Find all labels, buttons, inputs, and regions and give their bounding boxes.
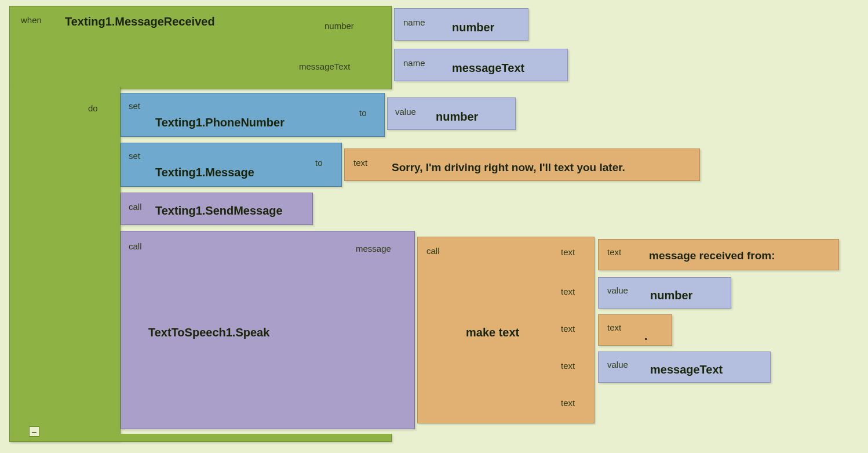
set1-val-kw: value xyxy=(395,107,416,117)
param1-name-val: number xyxy=(452,21,494,34)
set1-val: number xyxy=(436,110,478,124)
maketext-slot3-kw: text xyxy=(561,324,575,334)
maketext-r3-val: . xyxy=(644,329,648,343)
param2-name-kw: name xyxy=(403,58,425,68)
event-block-footer xyxy=(9,434,392,442)
maketext-call-kw: call xyxy=(426,246,440,256)
collapse-button[interactable]: – xyxy=(29,426,39,437)
when-keyword: when xyxy=(21,15,42,25)
event-block-spine xyxy=(9,87,121,441)
maketext-r3-kw: text xyxy=(607,322,621,332)
set-phonenumber-block[interactable] xyxy=(121,93,385,137)
event-param1-keyword: number xyxy=(324,21,354,31)
set1-kw: set xyxy=(129,101,140,111)
set1-to: to xyxy=(359,108,367,118)
call2-kw: call xyxy=(129,241,142,251)
maketext-r4-val: messageText xyxy=(650,363,723,376)
maketext-slot1-kw: text xyxy=(561,247,575,257)
do-keyword: do xyxy=(88,103,98,113)
maketext-r2-val: number xyxy=(650,289,692,302)
maketext-slot2-kw: text xyxy=(561,287,575,296)
call1-kw: call xyxy=(129,202,142,212)
maketext-r1-kw: text xyxy=(607,247,621,257)
call2-arg-kw: message xyxy=(356,244,391,253)
maketext-r4-kw: value xyxy=(607,360,628,369)
call1-method: Texting1.SendMessage xyxy=(155,204,283,218)
set2-txt: Sorry, I'm driving right now, I'll text … xyxy=(392,161,625,174)
set2-prop: Texting1.Message xyxy=(155,166,254,179)
set-message-block[interactable] xyxy=(121,143,342,187)
param2-name-val: messageText xyxy=(452,61,524,75)
maketext-title: make text xyxy=(466,326,519,339)
maketext-slot4-kw: text xyxy=(561,361,575,371)
event-param2-keyword: messageText xyxy=(299,61,350,71)
call2-method: TextToSpeech1.Speak xyxy=(148,326,269,339)
param1-name-kw: name xyxy=(403,17,425,27)
set1-prop: Texting1.PhoneNumber xyxy=(155,116,285,129)
maketext-r1-val: message received from: xyxy=(649,249,775,262)
event-title: Texting1.MessageReceived xyxy=(65,15,215,28)
maketext-slot5-kw: text xyxy=(561,398,575,408)
maketext-r2-kw: value xyxy=(607,285,628,295)
collapse-icon: – xyxy=(32,427,37,436)
set2-txt-kw: text xyxy=(353,158,367,168)
set2-to: to xyxy=(315,158,323,168)
set2-kw: set xyxy=(129,151,140,161)
